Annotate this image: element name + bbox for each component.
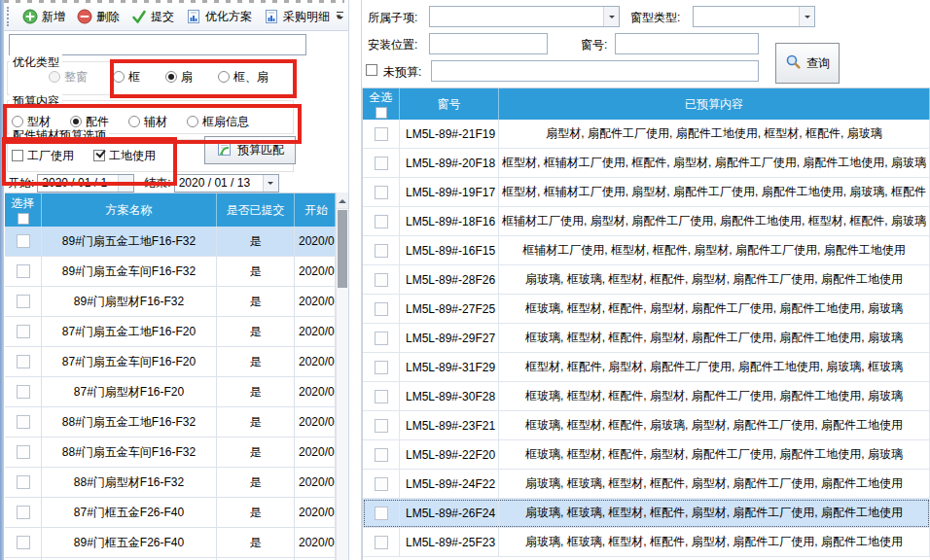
row-checkbox[interactable] bbox=[17, 385, 30, 399]
radio-option-框[interactable]: 框 bbox=[113, 69, 140, 86]
unbudgeted-input[interactable] bbox=[431, 60, 759, 82]
radio-option-框扇信息[interactable]: 框扇信息 bbox=[187, 114, 249, 130]
toolbar-grip[interactable] bbox=[7, 7, 11, 26]
row-checkbox[interactable] bbox=[375, 244, 388, 258]
window-budget-row[interactable]: LM5L-89#-18F16框辅材工厂使用, 扇型材, 扇配件工厂使用, 扇配件… bbox=[363, 207, 930, 236]
query-button[interactable]: 查询 bbox=[775, 43, 840, 84]
start-date-picker[interactable]: 2020 / 01 / 1 bbox=[37, 174, 134, 192]
window-budget-row[interactable]: LM5L-89#-26F24扇玻璃, 框玻璃, 框型材, 框配件, 扇型材, 扇… bbox=[363, 499, 930, 528]
plan-row[interactable]: 89#门扇五金车间F16-F32是2020/0 bbox=[5, 257, 336, 287]
window-type-dropdown-icon[interactable] bbox=[799, 7, 814, 26]
budget-header-content[interactable]: 已预算内容 bbox=[499, 88, 930, 120]
radio-option-配件[interactable]: 配件 bbox=[70, 114, 109, 130]
end-date-picker[interactable]: 2020 / 01 / 13 bbox=[174, 174, 279, 192]
checkbox-icon[interactable] bbox=[12, 150, 23, 161]
select-all-checkbox[interactable] bbox=[18, 213, 29, 225]
row-checkbox[interactable] bbox=[17, 506, 30, 519]
plan-row[interactable]: 87#门扇型材F16-F20是2020/0 bbox=[5, 377, 336, 407]
radio-icon[interactable] bbox=[218, 71, 230, 83]
plan-row[interactable]: 87#门框五金F26-F40是2020/0 bbox=[5, 498, 336, 528]
row-checkbox[interactable] bbox=[375, 332, 388, 345]
row-checkbox[interactable] bbox=[17, 295, 30, 308]
delete-button[interactable]: 删除 bbox=[71, 6, 125, 28]
radio-option-扇[interactable]: 扇 bbox=[165, 69, 193, 86]
row-checkbox[interactable] bbox=[17, 325, 30, 338]
window-budget-row[interactable]: LM5L-89#-27F25框玻璃, 框型材, 框配件, 扇型材, 扇配件工厂使… bbox=[363, 295, 930, 324]
plan-row[interactable]: 87#门扇五金车间F16-F20是2020/0 bbox=[5, 347, 336, 377]
radio-icon[interactable] bbox=[187, 116, 198, 127]
plan-row[interactable]: 87#门扇五金工地F16-F20是2020/0 bbox=[5, 317, 336, 347]
row-checkbox[interactable] bbox=[17, 445, 30, 459]
plan-row[interactable]: 88#门扇五金车间F16-F32是2020/0 bbox=[5, 438, 336, 468]
radio-icon[interactable] bbox=[113, 71, 125, 83]
row-checkbox[interactable] bbox=[375, 215, 388, 228]
row-checkbox[interactable] bbox=[375, 273, 388, 287]
sub-item-dropdown-icon[interactable] bbox=[603, 7, 619, 26]
window-budget-row[interactable]: LM5L-89#-21F19扇型材, 扇配件工厂使用, 扇配件工地使用, 框型材… bbox=[363, 120, 930, 149]
window-budget-row[interactable]: LM5L-89#-23F21框玻璃, 框型材, 框配件, 扇玻璃, 扇型材, 扇… bbox=[363, 411, 930, 440]
window-budget-row[interactable]: LM5L-89#-28F26扇玻璃, 框玻璃, 框型材, 框配件, 扇型材, 扇… bbox=[363, 265, 930, 295]
window-budget-row[interactable]: LM5L-89#-16F15框辅材工厂使用, 框型材, 框配件, 扇型材, 扇配… bbox=[363, 236, 930, 265]
row-checkbox[interactable] bbox=[375, 390, 388, 403]
scrollbar-thumb[interactable] bbox=[338, 210, 347, 288]
window-budget-row[interactable]: LM5L-89#-29F27框玻璃, 框型材, 框配件, 扇型材, 扇配件工厂使… bbox=[363, 324, 930, 353]
budget-header-window-no[interactable]: 窗号 bbox=[400, 88, 499, 120]
window-budget-row[interactable]: LM5L-89#-25F23扇玻璃, 框玻璃, 框型材, 框配件, 扇型材, 扇… bbox=[363, 528, 930, 557]
radio-icon[interactable] bbox=[165, 71, 177, 83]
plan-header-submitted[interactable]: 是否已提交 bbox=[217, 193, 295, 227]
radio-option-辅材[interactable]: 辅材 bbox=[128, 114, 167, 130]
window-no-input[interactable] bbox=[615, 33, 759, 54]
plan-row[interactable]: 89#门扇型材F16-F32是2020/0 bbox=[5, 287, 336, 317]
select-all-windows-checkbox[interactable] bbox=[376, 107, 387, 119]
plan-header-name[interactable]: 方案名称 bbox=[42, 193, 217, 227]
row-checkbox[interactable] bbox=[375, 477, 388, 491]
radio-icon[interactable] bbox=[70, 116, 82, 127]
install-position-input[interactable] bbox=[429, 33, 548, 54]
optimize-plan-button[interactable]: 优化方案 bbox=[180, 6, 258, 28]
radio-option-型材[interactable]: 型材 bbox=[12, 114, 51, 130]
row-checkbox[interactable] bbox=[375, 157, 388, 170]
plan-search-input[interactable] bbox=[9, 34, 306, 55]
row-checkbox[interactable] bbox=[375, 186, 388, 199]
row-checkbox[interactable] bbox=[17, 355, 30, 368]
submit-button[interactable]: 提交 bbox=[125, 6, 180, 28]
checkbox-option-工厂使用[interactable]: 工厂使用 bbox=[12, 148, 74, 164]
row-checkbox[interactable] bbox=[375, 127, 388, 141]
radio-icon[interactable] bbox=[128, 116, 140, 127]
window-budget-row[interactable]: LM5L-89#-19F17框型材, 框辅材工厂使用, 扇型材, 扇配件工厂使用… bbox=[363, 178, 930, 207]
row-checkbox[interactable] bbox=[17, 234, 30, 248]
row-checkbox[interactable] bbox=[17, 536, 30, 549]
start-date-dropdown-icon[interactable] bbox=[118, 175, 133, 192]
checkbox-icon[interactable] bbox=[93, 150, 105, 161]
plan-row[interactable]: 88#门扇型材F16-F32是2020/0 bbox=[5, 468, 336, 498]
row-checkbox[interactable] bbox=[375, 302, 388, 316]
row-checkbox[interactable] bbox=[375, 419, 388, 433]
add-button[interactable]: 新增 bbox=[17, 6, 71, 28]
window-budget-row[interactable]: LM5L-89#-31F29框型材, 框配件, 扇型材, 扇配件工厂使用, 扇配… bbox=[363, 353, 930, 382]
row-checkbox[interactable] bbox=[17, 475, 30, 489]
plan-row[interactable]: 89#门框五金F26-F40是2020/0 bbox=[5, 528, 336, 558]
end-date-dropdown-icon[interactable] bbox=[263, 175, 278, 192]
plan-row[interactable]: 88#门扇五金工地F16-F32是2020/0 bbox=[5, 407, 336, 438]
budget-match-button[interactable]: 预算匹配 bbox=[204, 136, 296, 164]
sub-item-combobox[interactable] bbox=[429, 6, 620, 27]
row-checkbox[interactable] bbox=[375, 448, 388, 462]
row-checkbox[interactable] bbox=[375, 361, 388, 374]
radio-icon[interactable] bbox=[12, 116, 23, 127]
window-budget-row[interactable]: LM5L-89#-24F22扇玻璃, 框玻璃, 框型材, 框配件, 扇型材, 扇… bbox=[363, 470, 930, 499]
window-budget-row[interactable]: LM5L-89#-20F18框型材, 框辅材工厂使用, 框配件, 扇型材, 扇配… bbox=[363, 149, 930, 178]
window-budget-row[interactable]: LM5L-89#-22F20框玻璃, 框型材, 框配件, 扇型材, 扇配件工厂使… bbox=[363, 440, 930, 470]
plan-table-scrollbar[interactable] bbox=[336, 192, 348, 560]
plan-header-start[interactable]: 开始 bbox=[295, 193, 336, 227]
row-checkbox[interactable] bbox=[375, 536, 388, 549]
row-checkbox[interactable] bbox=[17, 264, 30, 278]
window-budget-row[interactable]: LM5L-89#-30F28框玻璃, 框型材, 框配件, 扇型材, 扇配件工厂使… bbox=[363, 382, 930, 411]
plan-row[interactable]: 89#门扇五金工地F16-F32是2020/0 bbox=[5, 227, 336, 257]
row-checkbox[interactable] bbox=[17, 415, 30, 429]
window-type-combobox[interactable] bbox=[693, 6, 815, 27]
radio-option-框、扇[interactable]: 框、扇 bbox=[218, 69, 268, 86]
checkbox-option-工地使用[interactable]: 工地使用 bbox=[93, 148, 156, 164]
toolbar-overflow-button[interactable] bbox=[334, 8, 346, 26]
row-checkbox[interactable] bbox=[375, 507, 388, 520]
scroll-up-icon[interactable] bbox=[337, 192, 348, 209]
